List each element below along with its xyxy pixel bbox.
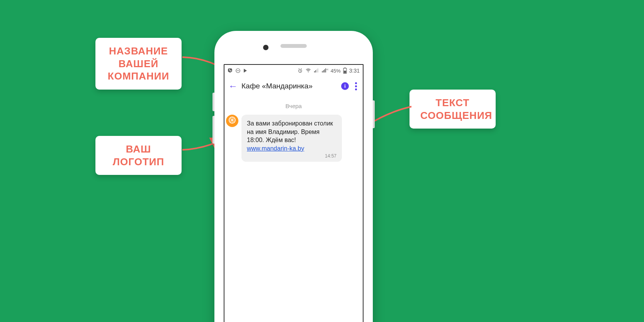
- phone-side-button: [373, 100, 375, 128]
- message-body: За вами забронирован столик на имя Влади…: [247, 119, 336, 153]
- svg-rect-9: [323, 70, 324, 73]
- play-store-icon: [243, 68, 248, 73]
- svg-rect-6: [316, 69, 317, 73]
- info-button[interactable]: i: [341, 82, 349, 90]
- svg-rect-4: [314, 71, 315, 73]
- status-bar: 4G 45% 3:31: [224, 65, 363, 76]
- svg-text:4G: 4G: [326, 69, 328, 71]
- battery-icon: [343, 68, 347, 74]
- callout-message-text-text: ТЕКСТ СООБЩЕНИЯ: [420, 97, 492, 121]
- chat-header: ← Кафе «Мандаринка» i: [224, 76, 363, 96]
- svg-point-3: [308, 72, 309, 73]
- phone-speaker-slot: [280, 44, 307, 48]
- callout-company-name: НАЗВАНИЕ ВАШЕЙ КОМПАНИИ: [95, 38, 182, 90]
- message-link[interactable]: www.mandarin-ka.by: [247, 145, 304, 152]
- message-time: 14:57: [247, 153, 336, 159]
- battery-percent: 45%: [331, 68, 341, 74]
- callout-your-logo-text: ВАШ ЛОГОТИП: [113, 143, 164, 168]
- more-menu-button[interactable]: [353, 81, 359, 92]
- svg-rect-5: [315, 70, 316, 73]
- phone-mockup: 4G 45% 3:31 ← Кафе «Мандаринка» i Вчера: [214, 31, 373, 322]
- callout-message-text: ТЕКСТ СООБЩЕНИЯ: [410, 90, 496, 129]
- alarm-icon: [297, 68, 303, 73]
- chat-title: Кафе «Мандаринка»: [241, 82, 337, 90]
- svg-rect-7: [318, 68, 318, 73]
- phone-camera-dot: [263, 45, 268, 50]
- message-bubble: За вами забронирован столик на имя Влади…: [241, 115, 342, 162]
- svg-rect-10: [324, 69, 325, 73]
- wifi-icon: [305, 68, 311, 73]
- back-button[interactable]: ←: [228, 81, 238, 92]
- callout-your-logo: ВАШ ЛОГОТИП: [95, 136, 182, 175]
- phone-screen: 4G 45% 3:31 ← Кафе «Мандаринка» i Вчера: [224, 64, 364, 322]
- do-not-disturb-icon: [235, 68, 241, 73]
- message-text: За вами забронирован столик на имя Влади…: [247, 120, 333, 143]
- svg-rect-11: [325, 68, 326, 73]
- svg-rect-14: [344, 68, 345, 68]
- callout-company-name-text: НАЗВАНИЕ ВАШЕЙ КОМПАНИИ: [108, 45, 169, 82]
- signal-4g-icon: 4G: [321, 68, 328, 73]
- chat-area: Вчера За вами забронирован столик на имя…: [224, 96, 363, 166]
- svg-rect-15: [344, 71, 346, 73]
- signal-icon: [314, 68, 319, 73]
- sender-avatar[interactable]: [226, 115, 238, 127]
- svg-rect-8: [322, 71, 323, 73]
- viber-icon: [228, 68, 233, 73]
- message-row: За вами забронирован столик на имя Влади…: [229, 115, 358, 162]
- statusbar-time: 3:31: [349, 68, 360, 74]
- mandarin-logo-icon: [228, 115, 237, 126]
- day-label: Вчера: [229, 103, 358, 109]
